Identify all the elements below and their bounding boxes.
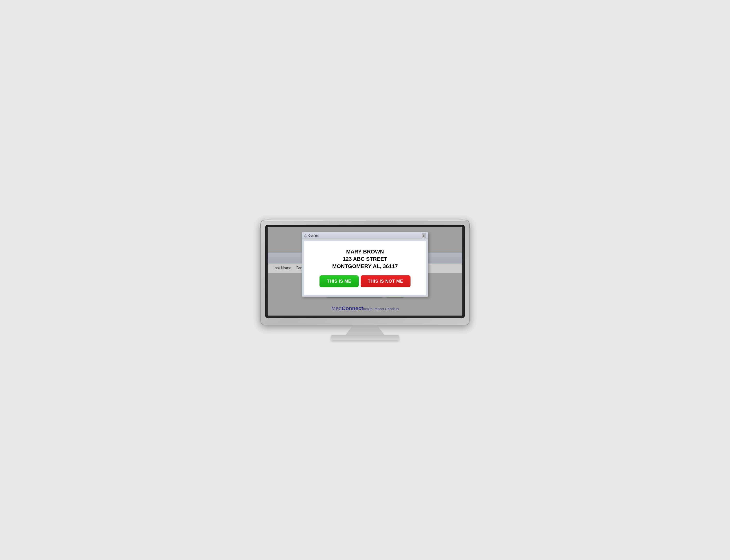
screen: Check-In For Your Scheduled Appointment.… bbox=[268, 227, 462, 316]
this-is-me-button[interactable]: THIS IS ME bbox=[320, 275, 359, 287]
patient-address-line2: MONTGOMERY AL, 36117 bbox=[309, 263, 421, 270]
monitor-inner: Check-In For Your Scheduled Appointment.… bbox=[265, 225, 465, 318]
screen-content-wrapper: Check-In For Your Scheduled Appointment.… bbox=[268, 227, 462, 316]
this-is-not-me-button[interactable]: THIS IS NOT ME bbox=[361, 275, 410, 287]
dialog-close-button[interactable]: x bbox=[422, 233, 426, 238]
dialog-overlay: ◯ Confirm x MARY BROWN 123 ABC STREET MO… bbox=[268, 227, 462, 316]
scene: Check-In For Your Scheduled Appointment.… bbox=[256, 220, 474, 340]
monitor: Check-In For Your Scheduled Appointment.… bbox=[260, 220, 470, 325]
dialog-icon: ◯ bbox=[304, 234, 307, 237]
dialog-title-area: ◯ Confirm bbox=[304, 234, 319, 237]
confirm-dialog: ◯ Confirm x MARY BROWN 123 ABC STREET MO… bbox=[302, 232, 428, 297]
dialog-body: MARY BROWN 123 ABC STREET MONTGOMERY AL,… bbox=[304, 241, 426, 295]
dialog-buttons: THIS IS ME THIS IS NOT ME bbox=[309, 275, 421, 287]
patient-name: MARY BROWN bbox=[309, 249, 421, 255]
dialog-titlebar: ◯ Confirm x bbox=[302, 232, 428, 239]
monitor-stand-base bbox=[331, 335, 399, 340]
monitor-stand-neck bbox=[346, 325, 384, 335]
patient-address-line1: 123 ABC STREET bbox=[309, 256, 421, 262]
dialog-title-label: Confirm bbox=[308, 234, 319, 237]
